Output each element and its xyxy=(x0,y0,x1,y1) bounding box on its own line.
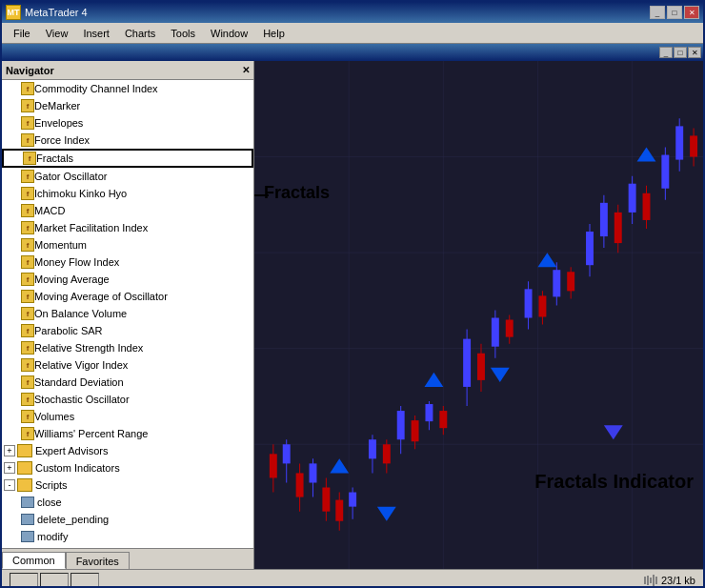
indicator-icon: f xyxy=(21,358,34,372)
svg-rect-62 xyxy=(661,155,669,189)
folder-icon xyxy=(17,444,32,457)
svg-rect-32 xyxy=(425,404,433,421)
navigator-header: Navigator ✕ xyxy=(2,61,253,80)
indicator-icon: f xyxy=(21,170,34,183)
chart-svg xyxy=(254,61,703,569)
expand-icon[interactable]: + xyxy=(4,445,15,456)
expand-icon[interactable]: - xyxy=(4,479,15,491)
indicator-icon: f xyxy=(21,375,34,389)
list-item[interactable]: f Relative Vigor Index xyxy=(2,356,253,374)
status-segment-2 xyxy=(40,573,69,588)
list-item[interactable]: f MACD xyxy=(2,202,253,219)
indicator-label: Relative Strength Index xyxy=(34,342,143,354)
list-item[interactable]: f Gator Oscillator xyxy=(2,168,253,185)
list-item[interactable]: f Standard Deviation xyxy=(2,374,253,391)
scripts-label: Scripts xyxy=(35,479,68,491)
list-item[interactable]: f Commodity Channel Index xyxy=(2,80,253,97)
title-bar: MT MetaTrader 4 _ □ ✕ xyxy=(2,2,703,23)
indicator-label: Gator Oscillator xyxy=(34,171,107,182)
fractals-item[interactable]: f Fractals xyxy=(2,149,253,168)
app-icon: MT xyxy=(6,5,21,20)
indicator-label: Commodity Channel Index xyxy=(34,83,158,94)
inner-minimize[interactable]: _ xyxy=(659,47,673,58)
navigator-close-button[interactable]: ✕ xyxy=(242,65,250,75)
list-item[interactable]: f Market Facilitation Index xyxy=(2,219,253,236)
list-item[interactable]: delete_pending xyxy=(2,511,253,528)
indicator-label: MACD xyxy=(34,205,65,216)
list-item[interactable]: f Moving Average of Oscillator xyxy=(2,288,253,305)
chart-area[interactable]: Fractals Fractals Indicator xyxy=(254,61,703,569)
status-bar: 23/1 kb xyxy=(2,569,703,588)
indicator-icon: f xyxy=(21,427,34,440)
list-item[interactable]: modify xyxy=(2,528,253,545)
menu-insert[interactable]: Insert xyxy=(75,26,117,41)
svg-rect-0 xyxy=(254,61,703,569)
custom-indicators-item[interactable]: + Custom Indicators xyxy=(2,459,253,476)
indicator-icon: f xyxy=(21,187,34,200)
menu-help[interactable]: Help xyxy=(255,26,292,41)
list-item[interactable]: f Envelopes xyxy=(2,114,253,132)
list-item[interactable]: f Volumes xyxy=(2,408,253,425)
menu-window[interactable]: Window xyxy=(203,26,255,41)
indicator-label: Ichimoku Kinko Hyo xyxy=(34,188,127,199)
list-item[interactable]: f Force Index xyxy=(2,132,253,149)
list-item[interactable]: f Ichimoku Kinko Hyo xyxy=(2,185,253,202)
indicator-icon: f xyxy=(21,116,34,130)
expand-icon[interactable]: + xyxy=(4,462,15,474)
indicator-label: Force Index xyxy=(34,134,90,146)
custom-indicators-label: Custom Indicators xyxy=(35,462,120,474)
indicator-icon: f xyxy=(21,273,34,286)
list-item[interactable]: f Parabolic SAR xyxy=(2,322,253,339)
title-bar-left: MT MetaTrader 4 xyxy=(6,5,88,20)
svg-rect-64 xyxy=(675,126,683,159)
svg-rect-28 xyxy=(397,411,405,439)
work-area: Navigator ✕ f Commodity Channel Index f … xyxy=(2,61,703,569)
svg-rect-52 xyxy=(586,232,594,265)
svg-rect-48 xyxy=(553,270,560,296)
list-item[interactable]: f Relative Strength Index xyxy=(2,339,253,356)
folder-icon xyxy=(17,478,32,492)
navigator-title: Navigator xyxy=(6,65,54,76)
indicator-icon: f xyxy=(23,152,36,165)
list-item[interactable]: f Stochastic Oscillator xyxy=(2,391,253,408)
tab-favorites[interactable]: Favorites xyxy=(66,552,130,569)
chart-fractals-label: Fractals xyxy=(264,183,330,203)
svg-rect-50 xyxy=(567,272,574,291)
svg-rect-36 xyxy=(463,339,471,387)
indicator-icon: f xyxy=(21,99,34,112)
list-item[interactable]: f DeMarker xyxy=(2,97,253,114)
list-item[interactable]: f Momentum xyxy=(2,236,253,253)
inner-close[interactable]: ✕ xyxy=(688,47,701,58)
menu-charts[interactable]: Charts xyxy=(117,26,163,41)
list-item[interactable]: f On Balance Volume xyxy=(2,305,253,322)
list-item[interactable]: f Money Flow Index xyxy=(2,253,253,271)
indicator-label: Relative Vigor Index xyxy=(34,359,128,371)
menu-bar: File View Insert Charts Tools Window Hel… xyxy=(2,23,703,44)
list-item[interactable]: close xyxy=(2,494,253,511)
window-title: MetaTrader 4 xyxy=(25,7,88,18)
maximize-button[interactable]: □ xyxy=(667,6,682,19)
minimize-button[interactable]: _ xyxy=(650,6,665,19)
indicator-icon: f xyxy=(21,255,34,269)
svg-rect-16 xyxy=(310,463,317,482)
indicator-label: Stochastic Oscillator xyxy=(34,394,130,405)
navigator-tree[interactable]: f Commodity Channel Index f DeMarker f E… xyxy=(2,80,253,548)
menu-tools[interactable]: Tools xyxy=(163,26,203,41)
indicator-icon: f xyxy=(21,221,34,234)
expert-advisors-item[interactable]: + Expert Advisors xyxy=(2,442,253,459)
menu-file[interactable]: File xyxy=(6,26,38,41)
scripts-item[interactable]: - Scripts xyxy=(2,476,253,494)
indicator-label: Williams' Percent Range xyxy=(34,428,148,439)
list-item[interactable]: f Moving Average xyxy=(2,271,253,288)
close-button[interactable]: ✕ xyxy=(684,6,699,19)
fractals-label: Fractals xyxy=(36,152,73,164)
menu-view[interactable]: View xyxy=(38,26,76,41)
fractals-indicator-label: Fractals Indicator xyxy=(534,471,694,493)
indicator-label: Moving Average xyxy=(34,274,110,285)
svg-rect-24 xyxy=(369,439,376,458)
tab-common[interactable]: Common xyxy=(2,552,66,569)
indicator-label: Moving Average of Oscillator xyxy=(34,291,168,302)
status-bars-icon xyxy=(644,575,657,586)
list-item[interactable]: f Williams' Percent Range xyxy=(2,425,253,442)
inner-maximize[interactable]: □ xyxy=(674,47,687,58)
